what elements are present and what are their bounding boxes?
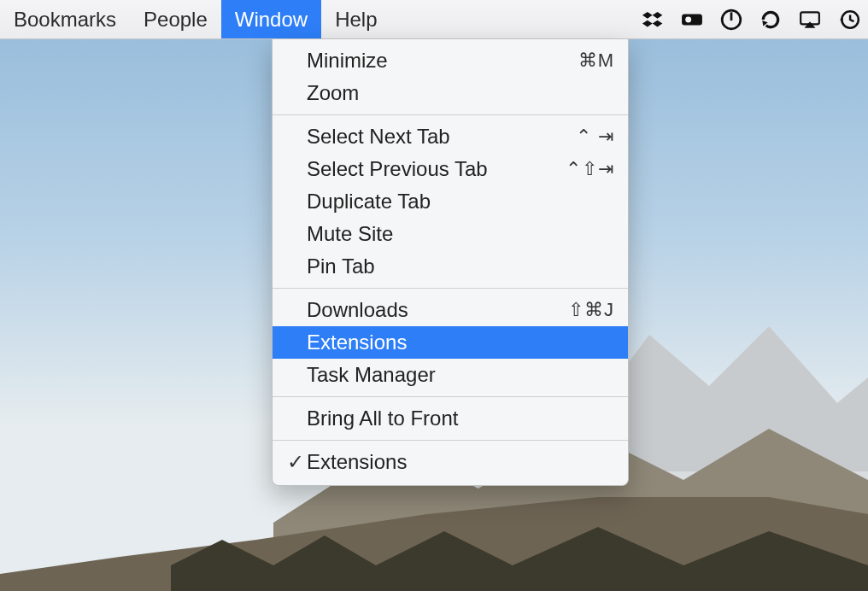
menu-item-mute-site[interactable]: Mute Site (273, 218, 628, 250)
menu-bookmarks[interactable]: Bookmarks (0, 0, 130, 38)
menu-separator (273, 288, 628, 289)
menu-label: Bookmarks (14, 8, 116, 32)
menu-item-bring-all-to-front[interactable]: Bring All to Front (273, 402, 628, 435)
time-machine-icon[interactable] (837, 8, 861, 32)
app-menu-list: Bookmarks People Window Help (0, 0, 391, 38)
menu-item-label: Downloads (307, 298, 568, 322)
menu-item-label: Zoom (307, 81, 614, 105)
menu-item-zoom[interactable]: Zoom (273, 77, 628, 109)
menu-item-minimize[interactable]: Minimize ⌘M (273, 44, 628, 77)
menu-item-downloads[interactable]: Downloads ⇧⌘J (273, 294, 628, 326)
menu-people[interactable]: People (130, 0, 221, 38)
svg-point-1 (685, 16, 691, 22)
menu-item-shortcut: ⌃⇧⇥ (566, 158, 614, 180)
menubar-spacer (391, 0, 642, 38)
menu-separator (273, 114, 628, 115)
menu-item-shortcut: ⇧⌘J (568, 299, 614, 321)
menu-item-label: Select Previous Tab (307, 157, 566, 181)
system-menubar: Bookmarks People Window Help (0, 0, 868, 39)
menu-window[interactable]: Window (221, 0, 321, 38)
menu-item-window-extensions[interactable]: ✓ Extensions (273, 446, 628, 478)
window-menu-dropdown: Minimize ⌘M Zoom Select Next Tab ⌃ ⇥ Sel… (272, 39, 629, 486)
check-icon: ✓ (284, 450, 307, 474)
dropbox-icon[interactable] (641, 8, 665, 32)
menu-item-shortcut: ⌘M (578, 50, 614, 72)
menu-item-task-manager[interactable]: Task Manager (273, 359, 628, 391)
carbon-copy-cloner-icon[interactable] (680, 8, 704, 32)
menu-item-duplicate-tab[interactable]: Duplicate Tab (273, 185, 628, 218)
menu-item-extensions[interactable]: Extensions (273, 326, 628, 359)
menu-separator (273, 440, 628, 441)
menu-help[interactable]: Help (321, 0, 390, 38)
menu-item-label: Extensions (307, 331, 614, 354)
menu-item-label: Mute Site (307, 222, 614, 246)
menu-item-label: Bring All to Front (307, 407, 614, 430)
menu-item-select-next-tab[interactable]: Select Next Tab ⌃ ⇥ (273, 120, 628, 153)
menu-item-label: Minimize (307, 49, 578, 73)
menu-label: Help (335, 8, 377, 32)
power-icon[interactable] (719, 8, 743, 32)
menu-item-label: Extensions (307, 450, 614, 474)
svg-rect-0 (682, 14, 702, 25)
menu-label: People (144, 8, 208, 32)
menu-item-label: Task Manager (307, 363, 614, 387)
status-icons (641, 0, 868, 38)
menu-label: Window (235, 8, 308, 32)
airplay-icon[interactable] (798, 8, 822, 32)
refresh-icon[interactable] (759, 8, 783, 32)
menu-item-pin-tab[interactable]: Pin Tab (273, 250, 628, 283)
menu-separator (273, 396, 628, 397)
menu-item-shortcut: ⌃ ⇥ (576, 126, 614, 148)
menu-item-label: Select Next Tab (307, 125, 576, 149)
menu-item-label: Pin Tab (307, 255, 614, 278)
menu-item-select-previous-tab[interactable]: Select Previous Tab ⌃⇧⇥ (273, 153, 628, 185)
menu-item-label: Duplicate Tab (307, 190, 614, 214)
